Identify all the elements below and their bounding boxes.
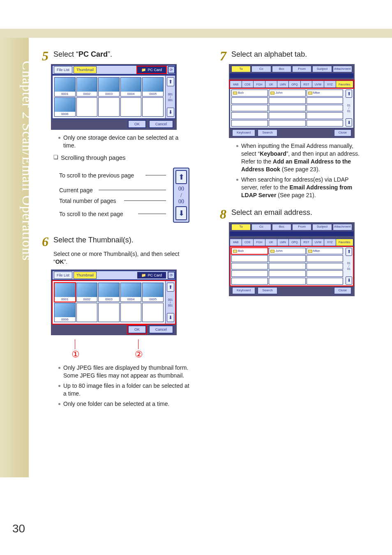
address-empty	[231, 105, 268, 111]
attachment-tab[interactable]: Attachment	[333, 66, 352, 72]
scroll-next-icon[interactable]: ⬇	[175, 206, 187, 220]
file-list-tab[interactable]: File List	[54, 66, 72, 74]
scroll-prev-icon[interactable]: ⬆	[175, 170, 187, 184]
scroll-down-button[interactable]: ⬇	[346, 118, 352, 127]
alpha-tab[interactable]: XYZ	[324, 81, 336, 88]
alpha-tab[interactable]: LMN	[277, 81, 289, 88]
address-bob[interactable]: Bob	[231, 90, 268, 96]
envelope-icon	[308, 250, 312, 253]
alpha-tab[interactable]: CDE	[242, 239, 254, 246]
refresh-icon[interactable]: ⟳	[168, 272, 175, 279]
thumb-0005[interactable]: 0005	[142, 283, 164, 302]
address-john[interactable]: John	[269, 90, 305, 96]
bcc-tab[interactable]: Bcc	[272, 66, 291, 72]
close-button[interactable]: Close	[334, 287, 351, 294]
ok-button[interactable]: OK	[128, 325, 146, 334]
close-button[interactable]: Close	[334, 129, 351, 136]
step-6-number: 6	[34, 235, 53, 410]
cc-tab[interactable]: Cc	[251, 224, 271, 230]
leader-line	[99, 190, 166, 190]
thumb-label: 0002	[83, 92, 90, 97]
address-john[interactable]: John	[269, 248, 305, 254]
email-input-strip	[230, 73, 354, 78]
to-tab[interactable]: To	[231, 224, 251, 230]
alpha-tab[interactable]: #AB	[230, 239, 242, 246]
keyboard-button[interactable]: Keyboard	[232, 287, 255, 294]
thumbnail-tab[interactable]: Thumbnail	[74, 272, 97, 279]
alpha-tab[interactable]: UVW	[312, 81, 324, 88]
page-total: 001	[168, 99, 173, 101]
address-label: John	[275, 249, 282, 253]
address-empty	[269, 270, 305, 277]
thumb-0002[interactable]: 0002	[76, 77, 98, 97]
thumb-0003[interactable]: 0003	[98, 77, 120, 97]
address-empty	[231, 112, 268, 119]
address-empty	[269, 120, 305, 127]
to-tab[interactable]: To	[231, 66, 251, 72]
thumb-0006[interactable]: 0006	[54, 303, 76, 322]
legend-current-val: 00	[178, 186, 184, 192]
thumb-0004[interactable]: 0004	[120, 283, 142, 302]
screenshot-pc-card: File List Thumbnail 📁PC Card ⟳ 0001 0002…	[51, 64, 177, 130]
refresh-icon[interactable]: ⟳	[168, 66, 175, 74]
alpha-tab[interactable]: OPQ	[289, 239, 301, 246]
alpha-tab[interactable]: CDE	[242, 81, 254, 88]
file-list-tab[interactable]: File List	[54, 272, 72, 279]
screenshot-thumbnails: File List Thumbnail 📁PC Card ⟳ 0001 0002…	[51, 269, 177, 335]
thumbnail-tab[interactable]: Thumbnail	[74, 66, 97, 74]
step-8-number: 8	[212, 207, 231, 300]
cancel-button[interactable]: Cancel	[149, 120, 173, 128]
thumb-0005[interactable]: 0005	[142, 77, 164, 97]
address-empty	[269, 105, 305, 111]
keyboard-button[interactable]: Keyboard	[232, 129, 255, 136]
search-button[interactable]: Search	[258, 129, 277, 136]
pc-card-button[interactable]: 📁PC Card	[137, 67, 166, 73]
email-input-strip	[230, 231, 354, 236]
bcc-tab[interactable]: Bcc	[272, 224, 291, 230]
scroll-down-button[interactable]: ⬇	[167, 313, 174, 322]
subject-tab[interactable]: Subject	[312, 66, 332, 72]
scroll-up-button[interactable]: ⬆	[346, 90, 352, 98]
thumb-0002[interactable]: 0002	[76, 283, 98, 302]
ok-button[interactable]: OK	[128, 120, 146, 128]
scroll-down-button[interactable]: ⬇	[167, 108, 174, 117]
alpha-tab[interactable]: FGH	[254, 239, 265, 246]
address-bob[interactable]: Bob	[231, 248, 268, 254]
address-empty	[307, 263, 343, 269]
pc-card-button[interactable]: 📁PC Card	[137, 272, 166, 279]
from-tab[interactable]: From	[292, 66, 311, 72]
alpha-tab[interactable]: XYZ	[324, 239, 336, 246]
alpha-tab[interactable]: #AB	[230, 81, 242, 88]
thumb-0003[interactable]: 0003	[98, 283, 120, 302]
thumb-0001[interactable]: 0001	[54, 77, 76, 97]
alpha-tab[interactable]: RST	[301, 239, 313, 246]
alpha-tab[interactable]: UVW	[312, 239, 324, 246]
address-label: Bob	[238, 91, 244, 95]
alpha-tab[interactable]: OPQ	[289, 81, 301, 88]
address-mike[interactable]: Mike	[307, 248, 343, 254]
scroll-up-button[interactable]: ⬆	[167, 283, 174, 292]
thumb-0006[interactable]: 0006	[54, 97, 76, 117]
address-mike[interactable]: Mike	[307, 90, 343, 96]
alpha-tab[interactable]: IJK	[265, 81, 277, 88]
cancel-button[interactable]: Cancel	[149, 325, 173, 334]
favorites-tab[interactable]: Favorites	[336, 239, 353, 246]
search-button[interactable]: Search	[258, 287, 277, 294]
step-5-title-pre: Select “	[53, 50, 78, 58]
favorites-tab[interactable]: Favorites	[336, 81, 353, 88]
alpha-tab[interactable]: RST	[301, 81, 313, 88]
alpha-tab[interactable]: LMN	[277, 239, 289, 246]
alpha-tab[interactable]: FGH	[254, 81, 265, 88]
cc-tab[interactable]: Cc	[251, 66, 271, 72]
step-6-bullet-3: Only one folder can be selected at a tim…	[58, 400, 189, 408]
thumb-0004[interactable]: 0004	[120, 77, 142, 97]
attachment-tab[interactable]: Attachment	[333, 224, 352, 230]
from-tab[interactable]: From	[292, 224, 311, 230]
alpha-tab[interactable]: IJK	[265, 239, 277, 246]
scroll-down-button[interactable]: ⬇	[346, 276, 352, 285]
subject-tab[interactable]: Subject	[312, 224, 332, 230]
thumb-empty	[98, 97, 120, 117]
scroll-up-button[interactable]: ⬆	[346, 248, 352, 256]
thumb-0001[interactable]: 0001	[54, 283, 76, 302]
scroll-up-button[interactable]: ⬆	[167, 77, 174, 86]
